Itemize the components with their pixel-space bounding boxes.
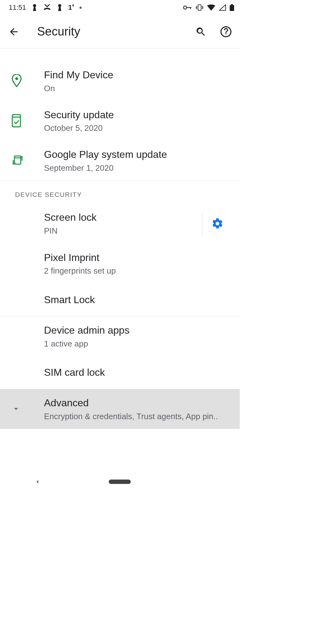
navigation-bar: [0, 470, 240, 493]
section-header-device-security: DEVICE SECURITY: [0, 181, 240, 203]
vpn-key-icon: [183, 5, 192, 10]
app-bar: Security: [0, 15, 240, 48]
row-pixel-imprint[interactable]: Pixel Imprint 2 fingerprints set up: [0, 244, 240, 284]
row-security-update[interactable]: Security update October 5, 2020: [0, 101, 240, 141]
row-title: Device admin apps: [44, 324, 232, 337]
row-sub: 2 fingerprints set up: [44, 266, 232, 276]
search-button[interactable]: [193, 24, 208, 39]
svg-point-7: [15, 77, 18, 80]
row-screen-lock[interactable]: Screen lock PIN: [0, 203, 240, 244]
vibrate-icon: [196, 4, 203, 11]
row-sub: On: [44, 84, 232, 93]
row-title: Advanced: [44, 397, 232, 410]
row-title: Smart Lock: [44, 293, 232, 307]
svg-rect-5: [231, 4, 233, 5]
cell-signal-icon: [219, 4, 226, 11]
chevron-down-icon: [11, 404, 21, 414]
row-title: Pixel Imprint: [44, 251, 232, 264]
status-time: 11:51: [9, 3, 26, 12]
keyhole-icon: [57, 4, 63, 11]
battery-icon: [230, 4, 234, 11]
svg-rect-4: [230, 5, 234, 11]
svg-rect-2: [190, 7, 191, 9]
nav-home-pill[interactable]: [109, 480, 131, 484]
row-title: SIM card lock: [44, 366, 232, 379]
missed-call-icon: [43, 4, 51, 11]
row-title: Google Play system update: [44, 148, 232, 161]
row-title: Screen lock: [44, 211, 202, 224]
row-sub: October 5, 2020: [44, 123, 232, 133]
row-sim-card-lock[interactable]: SIM card lock: [0, 356, 240, 389]
row-device-admin-apps[interactable]: Device admin apps 1 active app: [0, 316, 240, 356]
keyhole-icon: [32, 4, 37, 11]
row-sub: September 1, 2020: [44, 163, 232, 173]
system-update-icon: [11, 114, 21, 128]
row-advanced[interactable]: Advanced Encryption & credentials, Trust…: [0, 389, 240, 429]
row-smart-lock[interactable]: Smart Lock: [0, 283, 240, 316]
back-button[interactable]: [6, 24, 21, 39]
row-title: Find My Device: [44, 69, 232, 82]
location-icon: [11, 74, 22, 87]
svg-rect-3: [198, 5, 201, 10]
svg-rect-8: [12, 114, 20, 127]
help-button[interactable]: [218, 24, 233, 39]
settings-list: Find My Device On Security update Octobe…: [0, 48, 240, 429]
row-google-play-system-update[interactable]: Google Play system update September 1, 2…: [0, 141, 240, 180]
svg-point-0: [184, 6, 187, 9]
wifi-icon: [207, 4, 215, 11]
row-sub: 1 active app: [44, 339, 232, 349]
nav-back-button[interactable]: [34, 478, 41, 485]
status-bar: 11:51 14: [0, 0, 240, 15]
gear-icon: [211, 217, 224, 230]
one-notification-icon: 14: [68, 3, 74, 12]
dot-icon: [80, 7, 82, 9]
row-sub: PIN: [44, 226, 202, 236]
row-find-my-device[interactable]: Find My Device On: [0, 61, 240, 101]
row-title: Security update: [44, 108, 232, 122]
screen-lock-settings-button[interactable]: [202, 211, 232, 236]
page-title: Security: [31, 25, 183, 38]
row-sub: Encryption & credentials, Trust agents, …: [44, 412, 232, 421]
play-update-icon: [11, 154, 24, 167]
